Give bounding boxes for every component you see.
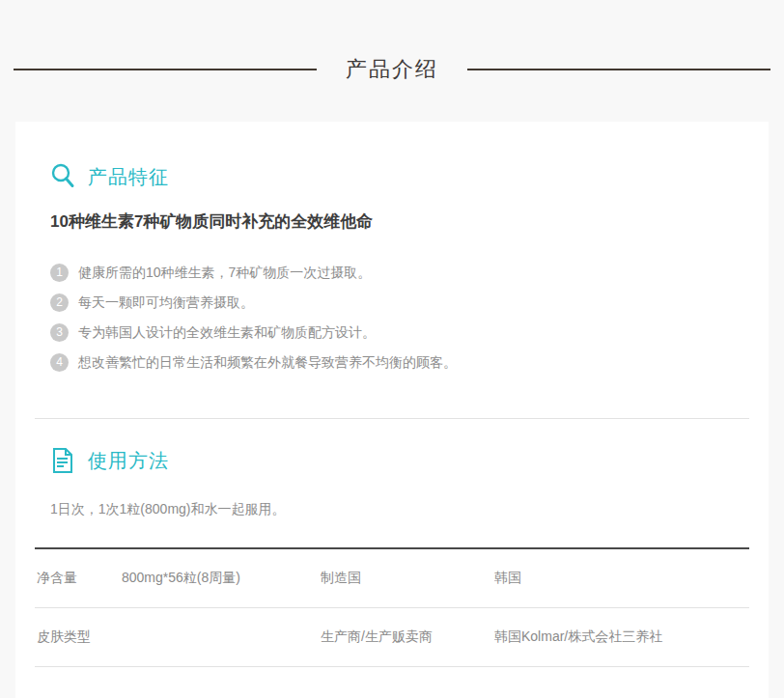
section-divider <box>35 418 749 419</box>
item-number-badge: 1 <box>50 264 69 282</box>
title-line-right <box>467 69 770 70</box>
product-intro-page: 产品介绍 产品特征 10种维生素7种矿物质同时补充的全效维他命 1 健康所需的1… <box>0 55 784 698</box>
spec-label: 净含量 <box>37 570 122 587</box>
table-row: 净含量 800mg*56粒(8周量) 制造国 韩国 <box>35 549 749 608</box>
spec-value: 韩国Kolmar/株式会社三养社 <box>494 628 749 646</box>
item-number-badge: 4 <box>50 353 69 372</box>
item-number-badge: 2 <box>50 293 69 312</box>
page-title: 产品介绍 <box>346 55 438 84</box>
spec-label: 制造国 <box>321 570 494 587</box>
feature-item-text: 想改善繁忙的日常生活和频繁在外就餐导致营养不均衡的顾客。 <box>78 354 457 372</box>
features-section-title: 产品特征 <box>88 164 169 190</box>
feature-item-text: 专为韩国人设计的全效维生素和矿物质配方设计。 <box>78 324 376 342</box>
table-row: 皮肤类型 生产商/生产贩卖商 韩国Kolmar/株式会社三养社 <box>35 608 749 667</box>
feature-item: 2 每天一颗即可均衡营养摄取。 <box>50 288 749 318</box>
spec-value: 800mg*56粒(8周量) <box>122 570 321 587</box>
spec-value: 韩国 <box>494 570 749 587</box>
feature-item: 1 健康所需的10种维生素，7种矿物质一次过摄取。 <box>50 258 749 288</box>
features-section-header: 产品特征 <box>35 163 749 190</box>
usage-section-header: 使用方法 <box>35 447 749 474</box>
title-line-left <box>14 69 317 70</box>
feature-item-text: 每天一颗即可均衡营养摄取。 <box>78 294 254 312</box>
product-detail-card: 产品特征 10种维生素7种矿物质同时补充的全效维他命 1 健康所需的10种维生素… <box>15 122 769 698</box>
usage-section-title: 使用方法 <box>88 448 169 474</box>
usage-text: 1日次，1次1粒(800mg)和水一起服用。 <box>50 501 749 518</box>
product-heading: 10种维生素7种矿物质同时补充的全效维他命 <box>50 210 749 233</box>
feature-item: 4 想改善繁忙的日常生活和频繁在外就餐导致营养不均衡的顾客。 <box>50 348 749 377</box>
feature-item: 3 专为韩国人设计的全效维生素和矿物质配方设计。 <box>50 318 749 348</box>
feature-list: 1 健康所需的10种维生素，7种矿物质一次过摄取。 2 每天一颗即可均衡营养摄取… <box>50 258 749 377</box>
spec-label: 生产商/生产贩卖商 <box>321 628 494 646</box>
magnifier-icon <box>50 163 75 190</box>
document-icon <box>50 447 75 474</box>
spec-label: 皮肤类型 <box>37 628 122 646</box>
page-title-row: 产品介绍 <box>14 55 770 84</box>
item-number-badge: 3 <box>50 323 69 342</box>
feature-item-text: 健康所需的10种维生素，7种矿物质一次过摄取。 <box>78 265 371 282</box>
spec-table: 净含量 800mg*56粒(8周量) 制造国 韩国 皮肤类型 生产商/生产贩卖商… <box>35 547 749 667</box>
